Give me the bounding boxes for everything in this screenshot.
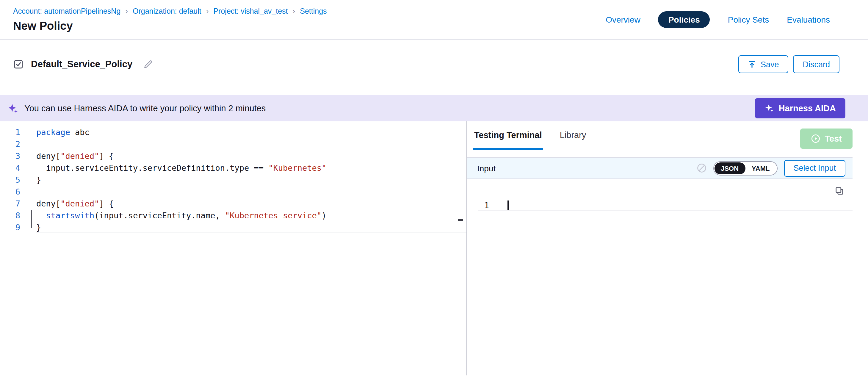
tab-policy-sets[interactable]: Policy Sets <box>728 15 769 24</box>
breadcrumb-separator: › <box>293 6 296 15</box>
code-token: input.serviceEntity.serviceDefinition.ty… <box>36 163 268 173</box>
upload-icon <box>748 60 756 68</box>
policy-code-editor[interactable]: 1 package abc 2 3 deny["denied"] { 4 inp… <box>0 121 467 375</box>
code-token: "Kubernetes_service" <box>225 211 321 220</box>
policy-toolbar: Default_Service_Policy Save Discard <box>0 40 868 89</box>
tab-library[interactable]: Library <box>559 121 588 150</box>
aida-sparkle-icon <box>765 103 774 113</box>
code-token: "denied" <box>60 151 99 161</box>
code-line: 2 <box>0 138 466 150</box>
breadcrumb-account[interactable]: Account: automationPipelinesNg <box>13 7 121 15</box>
tab-overview[interactable]: Overview <box>606 15 641 24</box>
breadcrumb-settings[interactable]: Settings <box>300 7 327 15</box>
code-token: ] { <box>99 151 114 161</box>
code-token: } <box>36 175 41 184</box>
line-number: 6 <box>0 186 20 197</box>
status-circle-icon <box>696 163 707 173</box>
copy-icon[interactable] <box>835 186 844 198</box>
code-line: 9 } <box>0 221 466 233</box>
testing-terminal-panel: Testing Terminal Library Test Input JSO <box>467 121 868 375</box>
line-number: 9 <box>0 221 20 233</box>
main-content: 1 package abc 2 3 deny["denied"] { 4 inp… <box>0 121 868 375</box>
code-token: deny[ <box>36 199 60 208</box>
page-header: Account: automationPipelinesNg › Organiz… <box>0 0 868 40</box>
editor-caret <box>31 210 32 228</box>
save-button-label: Save <box>761 60 779 69</box>
line-number: 4 <box>0 162 20 174</box>
code-token: package <box>36 127 70 137</box>
code-line: 4 input.serviceEntity.serviceDefinition.… <box>0 162 466 174</box>
breadcrumb-separator: › <box>125 6 128 15</box>
policy-name: Default_Service_Policy <box>31 59 132 70</box>
harness-aida-button[interactable]: Harness AIDA <box>755 98 845 118</box>
edit-pencil-icon[interactable] <box>143 60 153 69</box>
input-json-editor[interactable]: 1 <box>473 179 852 375</box>
tab-policies[interactable]: Policies <box>658 11 710 28</box>
code-token: abc <box>70 127 90 137</box>
code-token: (input.serviceEntity.name, <box>94 211 225 220</box>
line-number: 8 <box>0 210 20 221</box>
code-line: 8 startswith(input.serviceEntity.name, "… <box>0 210 466 221</box>
breadcrumb-organization[interactable]: Organization: default <box>133 7 202 15</box>
code-token: ] { <box>99 199 114 208</box>
line-number: 1 <box>0 126 20 138</box>
policy-top-nav: Overview Policies Policy Sets Evaluation… <box>606 11 830 28</box>
aida-banner: You can use Harness AIDA to write your p… <box>0 95 868 121</box>
line-number: 7 <box>0 197 20 210</box>
format-toggle: JSON YAML <box>713 161 777 175</box>
code-token: } <box>36 222 41 232</box>
play-icon <box>811 134 821 144</box>
select-input-button[interactable]: Select Input <box>784 160 845 177</box>
editor-caret <box>507 200 508 210</box>
line-number: 3 <box>0 150 20 162</box>
discard-button[interactable]: Discard <box>793 55 839 73</box>
test-button[interactable]: Test <box>801 128 853 149</box>
test-button-label: Test <box>825 134 842 144</box>
code-line: 6 <box>0 186 466 197</box>
input-panel-header: Input JSON YAML Select Input <box>467 157 852 179</box>
line-number: 5 <box>0 174 20 186</box>
code-line: 7 deny["denied"] { <box>0 197 466 210</box>
current-line-underline <box>36 232 466 233</box>
select-input-button-label: Select Input <box>793 164 836 173</box>
code-token: "denied" <box>60 199 99 208</box>
sparkle-icon <box>7 103 19 114</box>
input-panel-title: Input <box>477 163 496 173</box>
format-option-yaml[interactable]: YAML <box>745 162 776 174</box>
json-editor-line: 1 <box>478 199 852 211</box>
code-line: 3 deny["denied"] { <box>0 150 466 162</box>
line-number: 1 <box>478 200 489 210</box>
aida-banner-message: You can use Harness AIDA to write your p… <box>24 103 266 113</box>
breadcrumb-project[interactable]: Project: vishal_av_test <box>213 7 288 15</box>
code-token: "Kubernetes" <box>268 163 326 173</box>
tab-evaluations[interactable]: Evaluations <box>787 15 830 24</box>
line-number: 2 <box>0 138 20 150</box>
code-line: 1 package abc <box>0 126 466 138</box>
code-token <box>36 211 46 220</box>
breadcrumb-separator: › <box>206 6 209 15</box>
tab-testing-terminal[interactable]: Testing Terminal <box>473 121 543 150</box>
overview-ruler-mark <box>458 219 463 221</box>
code-token: startswith <box>46 211 95 220</box>
discard-button-label: Discard <box>803 60 830 69</box>
policy-check-icon <box>13 59 24 70</box>
code-token: ) <box>321 211 326 220</box>
terminal-tabs: Testing Terminal Library Test <box>473 121 852 150</box>
policy-editor-page: Account: automationPipelinesNg › Organiz… <box>0 0 868 376</box>
code-token: deny[ <box>36 151 60 161</box>
section-spacer <box>0 89 868 95</box>
save-button[interactable]: Save <box>739 55 788 73</box>
code-line: 5 } <box>0 174 466 186</box>
format-option-json[interactable]: JSON <box>714 162 745 174</box>
harness-aida-button-label: Harness AIDA <box>779 103 836 113</box>
